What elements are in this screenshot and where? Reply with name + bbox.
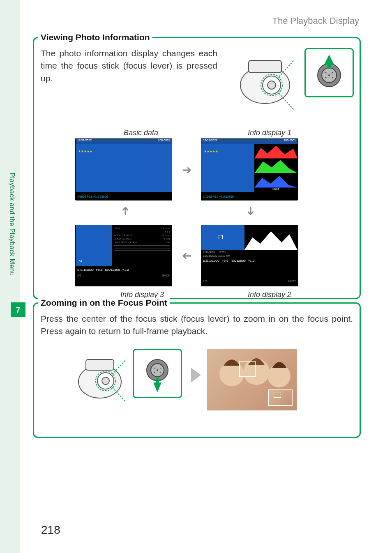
svg-point-12 (325, 77, 327, 78)
screen-iso: ISO12800 (105, 268, 120, 272)
svg-line-25 (112, 387, 126, 402)
box1-title: Viewing Photo Information (38, 32, 152, 42)
svg-marker-16 (254, 160, 297, 173)
arrow-up-icon: ➔ (118, 206, 132, 216)
svg-marker-34 (191, 368, 201, 382)
screen-page: 2/2 (77, 274, 81, 277)
screen-bottom-info: 1/1000 F5.6 +1.0 12800 (203, 195, 234, 198)
screen-datetime: 12/31/2022 12:10 AM (201, 254, 297, 258)
svg-marker-15 (254, 146, 297, 159)
screen-card: 100-0001 (203, 251, 215, 253)
svg-point-32 (160, 372, 161, 373)
svg-point-3 (267, 81, 276, 89)
svg-point-11 (332, 72, 333, 74)
arrow-left-icon: ➔ (182, 249, 191, 263)
screen-date: 12/31/2022 (203, 139, 217, 144)
camera-illustration (232, 48, 298, 114)
svg-marker-18 (244, 231, 297, 250)
svg-point-29 (154, 368, 155, 369)
svg-line-24 (112, 359, 126, 374)
svg-rect-20 (86, 359, 114, 370)
back-label: BACK (162, 274, 170, 277)
svg-point-31 (154, 372, 155, 373)
svg-line-6 (279, 93, 294, 110)
viewing-photo-info-box: Viewing Photo Information The photo info… (33, 37, 361, 299)
rating-stars-icon: ★★★★★ (204, 150, 218, 153)
info-display-2-screen: 100-0001 1/999 12/31/2022 12:10 AM S.S.1… (201, 225, 298, 286)
svg-marker-17 (254, 176, 297, 187)
screen-f: F5.6 (96, 268, 103, 272)
screen-card: 100-0001 (158, 139, 170, 144)
screen-page: 1/2 (203, 280, 207, 283)
basic-data-label: Basic data (124, 129, 158, 137)
page-number: 218 (41, 523, 60, 537)
screen-f: F5.6 (222, 259, 228, 263)
svg-point-13 (332, 77, 333, 78)
svg-rect-1 (249, 60, 281, 73)
camera-illustration-small (71, 349, 129, 406)
screen-ev: +1.0 (122, 268, 129, 272)
focus-point-indicator (239, 361, 256, 377)
screen-date: 12/31/2022 (77, 139, 92, 144)
chapter-tab: 7 (11, 302, 25, 317)
box2-body-text: Press the center of the focus stick (foc… (41, 313, 353, 338)
screen-ss: S.S.1/1000 (203, 259, 219, 263)
next-label: NEXT (254, 188, 297, 192)
arrow-right-icon: ➔ (182, 163, 191, 177)
svg-point-10 (325, 72, 327, 74)
svg-point-28 (157, 369, 158, 371)
zoomed-photo-preview (207, 349, 297, 410)
next-label: NEXT (288, 280, 296, 283)
zooming-focus-point-box: Zooming in on the Focus Point Press the … (33, 302, 361, 438)
screen-ev: +1.0 (248, 259, 255, 263)
svg-point-22 (102, 377, 109, 385)
basic-data-screen: 12/31/2022100-0001 ★★★★★ 1/1000 F5.6 +1.… (75, 138, 172, 200)
screen-card: 100-0001 (284, 139, 296, 144)
svg-point-9 (328, 74, 330, 76)
sidebar-section-label: Playback and the Playback Menu (8, 173, 16, 276)
focus-lever-up-illustration (304, 48, 354, 97)
screen-frame: 1/999 (218, 251, 226, 253)
svg-point-30 (160, 368, 161, 369)
info-display-1-label: Info display 1 (248, 129, 291, 137)
page-header-title: The Playback Display (272, 16, 359, 26)
box1-body-text: The photo information display changes ea… (41, 47, 217, 85)
triangle-right-icon (191, 368, 201, 384)
screen-ss: S.S.1/1000 (77, 268, 94, 272)
rating-stars-icon: ★★★★★ (78, 150, 92, 153)
box2-title: Zooming in on the Focus Point (38, 298, 170, 308)
info-display-3-screen: *A LENS23.0mm F5.6 FOCAL LENGTH23.0mm CO… (75, 225, 172, 286)
screen-iso: ISO12800 (231, 259, 246, 263)
info-display-1-screen: 12/31/2022100-0001 ★★★★★ NEXT 1/1000 F5.… (201, 138, 298, 200)
screen-bottom-info: 1/1000 F5.6 +1.0 12800 (77, 195, 108, 198)
info-display-2-label: Info display 2 (248, 290, 291, 299)
focus-lever-press-illustration (133, 349, 182, 398)
navigator-thumbnail (268, 389, 293, 406)
arrow-down-icon: ➔ (244, 206, 258, 216)
left-sidebar: Playback and the Playback Menu 7 (0, 0, 20, 553)
